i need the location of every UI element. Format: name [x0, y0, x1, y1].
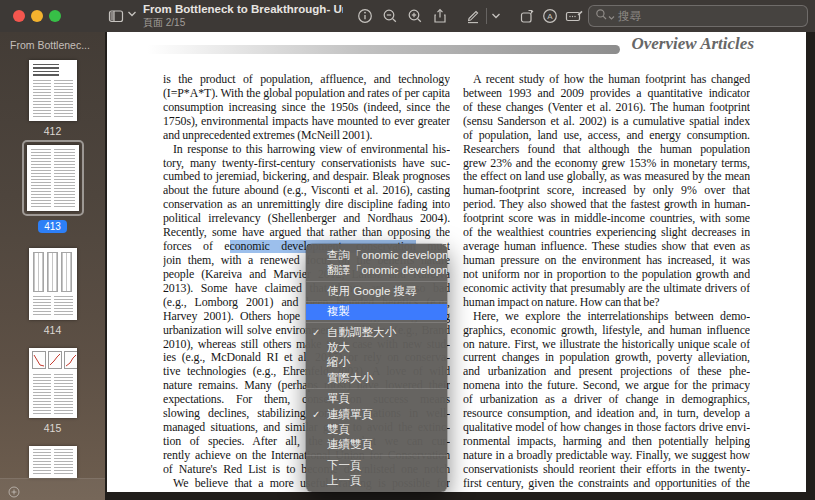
search-magnifier-icon: [595, 7, 608, 25]
menu-item-label: 使用 Google 搜尋: [327, 285, 416, 297]
text-line: the effect on land use globally, as was …: [463, 170, 750, 184]
menu-item[interactable]: 查詢「onomic development,」: [306, 248, 447, 263]
thumb-figure-panels: [33, 252, 73, 292]
markup-pencil-icon[interactable]: [464, 7, 482, 25]
rotate-icon[interactable]: [518, 7, 536, 25]
app-window: From Bottleneck to Breakthrough- Urbaniz…: [0, 0, 815, 500]
thumb-chart-row: [32, 351, 74, 369]
svg-text:A: A: [547, 12, 553, 21]
text-line: (sensu Sanderson et al. 2002) is a cumul…: [463, 115, 750, 129]
sidebar-toggle-icon[interactable]: [107, 7, 125, 25]
text-line: conservation as an unremittingly dire di…: [163, 198, 450, 212]
text-line: human pressure on the environment has in…: [463, 254, 750, 268]
menu-item-label: 自動調整大小: [327, 326, 396, 338]
selection-pre-text: forces of e: [163, 240, 230, 253]
menu-item[interactable]: 連續單頁: [306, 407, 447, 422]
thumbnail-selection-outline: [22, 140, 84, 216]
text-line: average human influence. These studies s…: [463, 240, 750, 254]
text-line: is the product of population, affluence,…: [163, 73, 450, 87]
text-line: ronmental impacts, harming and then pote…: [463, 435, 750, 449]
page-number-badge: 413: [38, 220, 67, 233]
page-thumbnail-413-selected[interactable]: 413: [0, 140, 105, 234]
fullscreen-button[interactable]: [49, 10, 61, 22]
text-line: In response to this harrowing view of en…: [163, 143, 450, 157]
text-line: current changes in population growth, po…: [463, 351, 750, 365]
close-button[interactable]: [13, 10, 25, 22]
menu-item-label: 實際大小: [327, 372, 373, 384]
text-line: nature in a broadly predictable way. Fin…: [463, 449, 750, 463]
text-line: on nature. First, we illustrate the hist…: [463, 338, 750, 352]
menu-item[interactable]: 雙頁: [306, 422, 447, 437]
text-line: consumption increasing since the 1950s (…: [163, 101, 450, 115]
search-input[interactable]: 搜尋: [588, 5, 808, 27]
search-chevron-down-icon: [608, 7, 615, 25]
menu-separator: [306, 455, 447, 456]
info-icon[interactable]: [356, 7, 374, 25]
context-menu: 查詢「onomic development,」 翻譯「onomic develo…: [306, 244, 447, 492]
text-line: graphics, economic growth, lifestyle, an…: [463, 324, 750, 338]
pdf-page[interactable]: Overview Articles is the product of popu…: [107, 32, 806, 492]
page-indicator: 頁面 2/15: [143, 16, 343, 30]
text-line: tory, many twenty-first-century conserva…: [163, 157, 450, 171]
zoom-out-icon[interactable]: [381, 7, 399, 25]
thumb-title-block: [33, 64, 59, 76]
text-line: cumbed to jeremiad, bickering, and despa…: [163, 170, 450, 184]
check-icon: [312, 407, 320, 422]
text-line: Researchers found that although the huma…: [463, 143, 750, 157]
text-line: nomena into the future. Second, we argue…: [463, 379, 750, 393]
menu-item[interactable]: 單頁: [306, 391, 447, 406]
menu-item[interactable]: 連續雙頁: [306, 437, 447, 452]
text-line: 1750s), environmental impacts have mount…: [163, 115, 450, 129]
text-line: Here, we explore the interrelationships …: [463, 310, 750, 324]
menu-separator: [306, 301, 447, 302]
right-text-column: A recent study of how the human footprin…: [463, 73, 750, 491]
menu-item-label: 翻譯「onomic development,」: [327, 264, 447, 276]
menu-item-label: 上一頁: [327, 474, 362, 486]
zoom-in-icon[interactable]: [406, 7, 424, 25]
page-number-label: 412: [0, 125, 105, 137]
menu-item[interactable]: 複製: [306, 304, 447, 319]
menu-item-label: 雙頁: [327, 423, 350, 435]
markup-chevron-down-icon[interactable]: [491, 12, 509, 30]
menu-item-label: 連續雙頁: [327, 438, 373, 450]
annotate-a-icon[interactable]: A: [541, 7, 559, 25]
menu-item[interactable]: 放大: [306, 340, 447, 355]
text-line: first century, given the constraints and…: [463, 477, 750, 491]
header-gradient-bar: [147, 45, 620, 54]
minimize-button[interactable]: [31, 10, 43, 22]
text-line: of population, land use, access, and ene…: [463, 129, 750, 143]
text-line: period. They also showed that the fastes…: [463, 198, 750, 212]
text-line: grew 23% and the economy grew 153% in mo…: [463, 157, 750, 171]
check-icon: [312, 325, 320, 340]
menu-separator: [306, 281, 447, 282]
menu-item[interactable]: 實際大小: [306, 371, 447, 386]
search-placeholder: 搜尋: [618, 9, 641, 24]
text-line: qualitative model of how changes in thos…: [463, 421, 750, 435]
menu-item[interactable]: 翻譯「onomic development,」: [306, 263, 447, 278]
text-line: not uniform nor in proportion to the pop…: [463, 268, 750, 282]
menu-item[interactable]: 縮小: [306, 355, 447, 370]
section-header: Overview Articles: [631, 34, 754, 54]
page-number-label: 414: [0, 324, 105, 336]
window-title: From Bottleneck to Breakthrough- Urbaniz…: [143, 3, 343, 15]
text-line: footprint score was in middle-income cou…: [463, 212, 750, 226]
text-line: human-footprint score, increased by only…: [463, 184, 750, 198]
menu-separator: [306, 322, 447, 323]
thumbnail-sidebar: From Bottlenec... 412 413 414: [0, 32, 105, 500]
menu-item-label: 複製: [327, 305, 350, 317]
menu-item[interactable]: 自動調整大小: [306, 325, 447, 340]
text-line: about the future abound (e.g., Visconti …: [163, 184, 450, 198]
text-line: conservationists should reorient their e…: [463, 463, 750, 477]
thumbnail-zoom-icon[interactable]: [8, 484, 20, 500]
menu-item[interactable]: 使用 Google 搜尋: [306, 284, 447, 299]
menu-item[interactable]: 上一頁: [306, 473, 447, 488]
toolbar-divider: [486, 8, 487, 24]
page-thumbnail-414[interactable]: 414: [0, 248, 105, 336]
form-fill-icon[interactable]: [564, 7, 582, 25]
menu-item-label: 查詢「onomic development,」: [327, 249, 447, 261]
menu-item[interactable]: 下一頁: [306, 458, 447, 473]
share-icon[interactable]: [431, 7, 449, 25]
page-thumbnail-415[interactable]: 415: [0, 348, 105, 434]
page-thumbnail-412[interactable]: 412: [0, 60, 105, 137]
page-thumbnail-partial[interactable]: [0, 446, 105, 478]
